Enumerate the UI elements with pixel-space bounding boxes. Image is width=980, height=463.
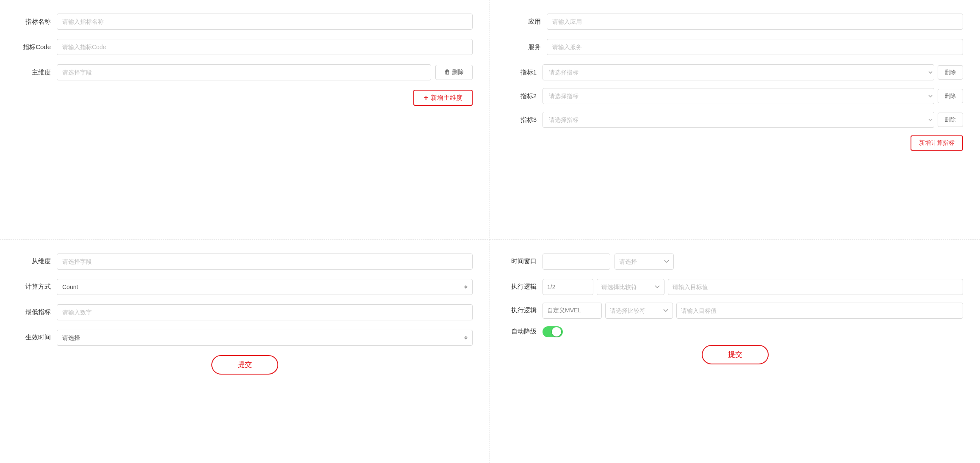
time-window-input[interactable] [543,254,610,270]
effective-time-select[interactable]: 请选择 [57,330,473,346]
metric2-select[interactable]: 请选择指标 [543,88,934,104]
metric2-delete-button[interactable]: 删除 [938,89,963,103]
service-label: 服务 [507,43,541,51]
metric1-delete-button[interactable]: 删除 [938,65,963,80]
auto-degrade-toggle[interactable] [543,326,563,337]
exec-logic1-label: 执行逻辑 [507,283,537,291]
app-input[interactable] [547,14,963,30]
min-metric-label: 最低指标 [17,308,51,316]
metric3-select[interactable]: 请选择指标 [543,112,934,128]
calc-method-select[interactable]: Count Sum Avg Max Min [57,279,473,295]
exec-logic1-row: 执行逻辑 请选择比较符 > < >= <= = [507,279,963,295]
main-dimension-row: 主维度 🗑 删除 [17,64,473,80]
main-dimension-label: 主维度 [17,69,51,77]
metric1-label: 指标1 [507,69,537,77]
top-right-panel: 应用 服务 指标1 请选择指标 删除 指标2 请选择指标 删除 [490,0,980,240]
app-label: 应用 [507,18,541,26]
metric-code-input[interactable] [57,39,473,55]
effective-time-row: 生效时间 请选择 [17,330,473,346]
metric-code-label: 指标Code [17,43,51,51]
min-metric-row: 最低指标 [17,304,473,320]
toggle-slider [543,326,563,337]
metric2-row: 指标2 请选择指标 删除 [507,88,963,104]
time-window-label: 时间窗口 [507,257,537,265]
auto-degrade-toggle-container [543,326,563,337]
metric2-label: 指标2 [507,92,537,100]
exec-logic2-label: 执行逻辑 [507,306,537,314]
metric1-row: 指标1 请选择指标 删除 [507,64,963,80]
main-dimension-input[interactable] [57,64,431,80]
exec-logic1-target-input[interactable] [668,279,963,295]
exec-logic1-compare-select[interactable]: 请选择比较符 > < >= <= = [597,279,664,295]
metric-name-row: 指标名称 [17,14,473,30]
bottom-left-panel: 从维度 计算方式 Count Sum Avg Max Min 最低指标 生效时间… [0,240,490,463]
metric-name-input[interactable] [57,14,473,30]
sub-dimension-row: 从维度 [17,254,473,270]
auto-degrade-row: 自动降级 [507,326,963,337]
time-window-row: 时间窗口 请选择 分钟 小时 天 [507,254,963,270]
exec-logic2-target-input[interactable] [676,303,963,319]
metric1-select[interactable]: 请选择指标 [543,64,934,80]
min-metric-input[interactable] [57,304,473,320]
exec-logic1-value-input[interactable] [543,279,593,295]
add-main-dimension-container: + 新增主维度 [17,90,473,106]
add-main-dimension-button[interactable]: + 新增主维度 [413,90,473,106]
effective-time-label: 生效时间 [17,333,51,342]
add-calc-metric-button[interactable]: 新增计算指标 [911,135,963,151]
app-row: 应用 [507,14,963,30]
exec-logic2-compare-select[interactable]: 请选择比较符 > < >= <= = [605,303,673,319]
bottom-right-submit-button[interactable]: 提交 [702,345,769,364]
metric3-delete-button[interactable]: 删除 [938,113,963,127]
sub-dimension-label: 从维度 [17,257,51,265]
top-left-panel: 指标名称 指标Code 主维度 🗑 删除 + 新增主维度 [0,0,490,240]
trash-icon: 🗑 [444,69,450,75]
sub-dimension-input[interactable] [57,254,473,270]
bottom-left-submit-button[interactable]: 提交 [211,355,278,375]
service-row: 服务 [507,39,963,55]
metric-code-row: 指标Code [17,39,473,55]
delete-button[interactable]: 🗑 删除 [435,65,473,80]
metric-name-label: 指标名称 [17,18,51,26]
exec-logic2-value-input[interactable] [543,303,602,319]
metric3-label: 指标3 [507,116,537,124]
service-input[interactable] [547,39,963,55]
auto-degrade-label: 自动降级 [507,328,537,336]
add-main-dimension-label: 新增主维度 [431,94,462,102]
calc-method-row: 计算方式 Count Sum Avg Max Min [17,279,473,295]
bottom-right-panel: 时间窗口 请选择 分钟 小时 天 执行逻辑 请选择比较符 > < >= <= = [490,240,980,463]
metric3-row: 指标3 请选择指标 删除 [507,112,963,128]
calc-method-label: 计算方式 [17,283,51,291]
add-calc-metric-container: 新增计算指标 [507,135,963,151]
time-window-select[interactable]: 请选择 分钟 小时 天 [615,254,674,270]
plus-icon: + [424,94,428,102]
exec-logic2-row: 执行逻辑 请选择比较符 > < >= <= = [507,303,963,319]
